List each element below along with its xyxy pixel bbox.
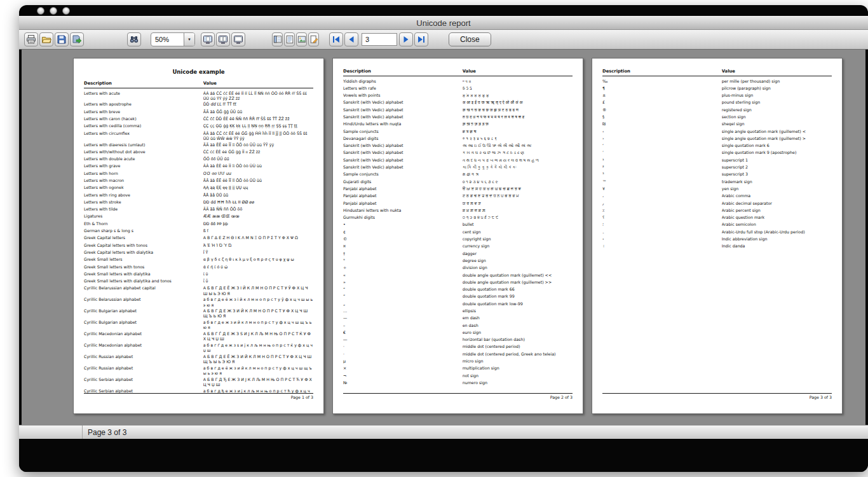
row-value: а б в г д е ж з и й к л м н о п р с т у … xyxy=(203,320,313,330)
table-row: ¤currency sign xyxy=(343,243,573,250)
statusbar-panel xyxy=(19,425,83,439)
zoom-whole-page-button[interactable] xyxy=(201,32,215,46)
close-window-button[interactable] xyxy=(37,7,44,15)
table-row: ›single angle quotation mark (guillemet)… xyxy=(602,135,832,142)
row-description: ¹ xyxy=(602,158,722,163)
thumbnails-button[interactable] xyxy=(284,32,295,46)
zoom-combo[interactable]: 50% xyxy=(151,32,195,46)
row-description: £ xyxy=(602,100,722,105)
row-description: Gurmukhi digits xyxy=(343,215,463,220)
row-description: ’ xyxy=(602,150,722,155)
row-value: а б в г д е ё ж з и й к л м н о п р с т … xyxy=(203,366,313,376)
last-page-button[interactable] xyxy=(414,32,428,46)
row-description: Devanagari digits xyxy=(343,136,463,141)
row-description: German sharp s & long s xyxy=(84,228,203,233)
zoom-page-width-button[interactable] xyxy=(231,32,245,46)
row-value: double angle quotation mark (guillemet) … xyxy=(463,273,573,278)
table-row: ¢cent sign xyxy=(343,228,573,235)
row-description: Vowels with points xyxy=(343,93,463,98)
row-description: ² xyxy=(602,165,722,170)
outline-button[interactable] xyxy=(272,32,283,46)
zoom-window-button[interactable] xyxy=(62,7,70,15)
picture-button[interactable] xyxy=(296,32,307,46)
table-row: ³superscript 3 xyxy=(602,171,832,178)
table-row: Letters with apostropheĎĎ ďď ĽĽ ľľ ŤŤ ťť xyxy=(84,101,313,108)
table-row: Panjabi alphabetਯ ਰ ਲ ਵ ੜ xyxy=(343,200,573,207)
row-description: Hindustani letters with nukta xyxy=(343,208,463,213)
row-description: Hindi/Urdu letters with nuqta xyxy=(343,121,463,127)
row-description: † xyxy=(343,251,463,256)
column-header-description: Description xyxy=(602,69,722,74)
table-row: №numero sign xyxy=(343,379,573,386)
export-icon xyxy=(72,34,82,45)
row-value: single quotation mark 6 xyxy=(722,143,832,148)
row-value: अ आ इ ई उ ऊ ऋ ॠ ऌ ए ऐ ओ औ अं अः xyxy=(463,100,573,105)
statusbar-page-indicator: Page 3 of 3 xyxy=(83,428,126,437)
table-row: Letters with double acuteŐŐ őő ŰŰ űű xyxy=(84,156,313,163)
table-row: ―horizontal bar (quotation dash) xyxy=(343,336,573,343)
row-value: ellipsis xyxy=(463,308,573,314)
export-button[interactable] xyxy=(70,32,84,46)
prev-page-button[interactable] xyxy=(344,32,358,46)
row-value: middle dot (centered period, Greek ano t… xyxy=(463,352,573,357)
table-row: ·middle dot (centered period, Greek ano … xyxy=(343,350,573,357)
row-value: ત થ દ ધ ન પ ફ બ ભ મ ય ર લ વ શ ષ સ હ ળ xyxy=(463,158,573,163)
row-description: — xyxy=(343,315,463,321)
row-description: ¢ xyxy=(343,230,463,235)
next-page-button[interactable] xyxy=(399,32,413,46)
chevron-down-icon[interactable] xyxy=(184,33,194,46)
row-value: double quotation mark 66 xyxy=(463,287,573,292)
close-button[interactable]: Close xyxy=(449,32,491,46)
find-button[interactable] xyxy=(127,32,141,46)
row-value: registered sign xyxy=(722,107,832,113)
row-value: ੦ ੧ ੨ ੩ ੪ ੫ ੬ ੭ ੮ ੯ xyxy=(463,215,573,220)
row-value: ŐŐ őő ŰŰ űű xyxy=(203,156,313,162)
row-value: ÆÆ ææ ŒŒ œœ xyxy=(203,214,313,219)
row-description: € xyxy=(343,330,463,335)
row-value: ÂÂ ââ ĈĈ ĉĉ ÊÊ êê ĜĜ ĝĝ ĤĤ ĥĥ ÎÎ îî ĴĴ ĵ… xyxy=(203,131,313,141)
row-description: Cyrillic Macedonian alphabet xyxy=(84,331,203,336)
table-row: ₪sheqel sign xyxy=(602,121,832,128)
table-row: Letters with acuteÁÁ áá ĆĆ ćć ÉÉ éé ÍÍ í… xyxy=(84,90,313,101)
row-value: ĀĀ āā ĒĒ ēē ĪĪ īī ŌŌ ōō ŪŪ ūū xyxy=(203,178,313,183)
row-description: ” xyxy=(343,294,463,299)
prev-page-icon xyxy=(346,34,356,45)
row-value: त थ द ध न प फ ब भ म य र ल व श ष स ह xyxy=(463,114,573,120)
row-value: ક્ષ જ્ઞ ત્ર શ્ર xyxy=(463,172,573,177)
row-description: Cyrillic Bulgarian alphabet xyxy=(84,308,203,314)
table-row: ±plus-minus sign xyxy=(602,92,832,99)
column-header-description: Description xyxy=(84,81,203,86)
report-page: Unicode example Description Value Letter… xyxy=(73,58,324,414)
open-button[interactable] xyxy=(39,32,53,46)
pages-container: Unicode example Description Value Letter… xyxy=(73,58,843,414)
first-page-icon xyxy=(331,34,341,45)
row-description: Letters with double acute xyxy=(84,156,203,162)
row-value: ĊĊ ċċ ĖĖ ėė ĠĠ ġġ İİ ıı ŻŻ żż xyxy=(203,149,313,155)
row-value: ϊ ϋ xyxy=(203,272,313,277)
window-title: Unicode report xyxy=(416,18,470,28)
row-description: ¶ xyxy=(602,86,722,91)
row-description: Letters with circumflex xyxy=(84,131,203,136)
save-button[interactable] xyxy=(55,32,69,46)
row-description: Sanskrit (with Vedic) alphabet xyxy=(343,143,463,148)
zoom-two-pages-button[interactable] xyxy=(216,32,230,46)
table-row: Letters with macronĀĀ āā ĒĒ ēē ĪĪ īī ŌŌ … xyxy=(84,177,313,184)
row-value: ਟ ਠ ਡ ਢ ਣ ਤ ਥ ਦ ਧ ਨ ਪ ਫ ਬ ਭ ਮ xyxy=(463,193,573,198)
row-value: क ख ग घ ङ च छ ज झ ञ ट ठ ड ढ ण xyxy=(463,107,573,113)
row-description: Greek Small letters with dialytika and t… xyxy=(84,279,203,284)
minimize-window-button[interactable] xyxy=(50,7,57,15)
row-value: cent sign xyxy=(463,230,573,235)
edit-button[interactable] xyxy=(308,32,319,46)
row-description: Letters with/without dot above xyxy=(84,149,203,155)
print-button[interactable] xyxy=(24,32,38,46)
first-page-button[interactable] xyxy=(329,32,343,46)
page-number-input[interactable] xyxy=(362,33,397,46)
row-value: superscript 1 xyxy=(722,158,832,163)
row-description: Sanskrit (with Vedic) alphabet xyxy=(343,114,463,120)
row-description: ® xyxy=(602,107,722,113)
table-row: ÷division sign xyxy=(343,265,573,272)
row-value: क़ ख़ ग़ ज़ ड़ ढ़ फ़ xyxy=(463,121,573,127)
row-value: pilcrow (paragraph) sign xyxy=(722,86,832,91)
table-row: ®registered sign xyxy=(602,106,832,113)
row-description: ‰ xyxy=(602,79,722,84)
